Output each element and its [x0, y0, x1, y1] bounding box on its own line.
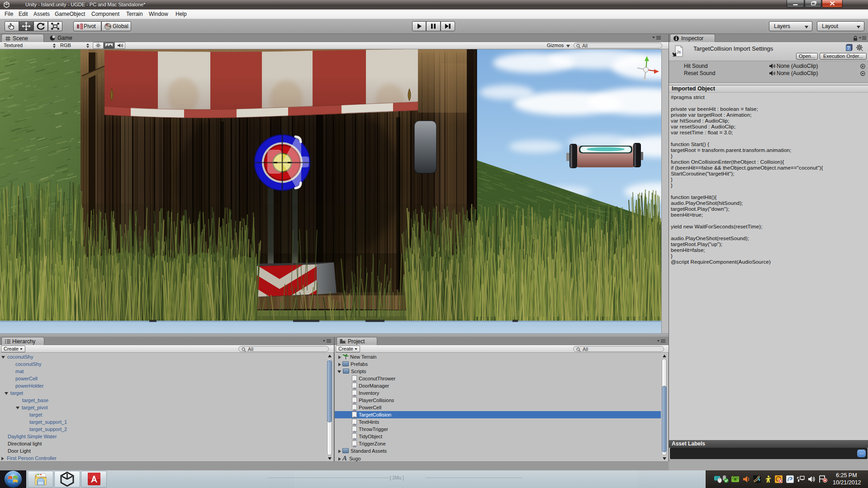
svg-text:?: ?	[847, 46, 850, 51]
svg-text:Js: Js	[677, 50, 681, 54]
